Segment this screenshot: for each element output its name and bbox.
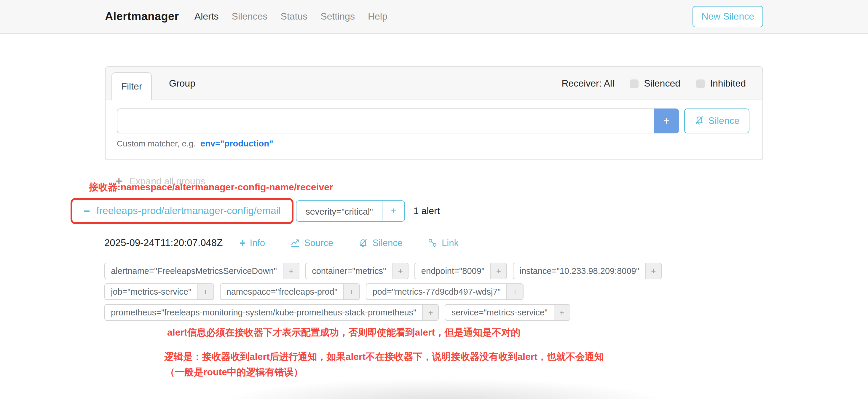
inhibited-label: Inhibited bbox=[710, 78, 746, 89]
label-row: prometheus="freeleaps-monitoring-system/… bbox=[104, 304, 768, 321]
info-action-label: Info bbox=[250, 238, 265, 248]
add-label-filter-button[interactable]: + bbox=[197, 284, 213, 299]
main-nav: Alerts Silences Status Settings Help bbox=[194, 11, 388, 22]
filter-card-header: Filter Group Receiver: All Silenced Inhi… bbox=[105, 67, 763, 100]
label-row: alertname="FreeleapsMetricsServiceDown" … bbox=[104, 263, 768, 279]
label-tag: namespace="freeleaps-prod" + bbox=[220, 283, 360, 300]
label-tag: pod="metrics-77d9cdb497-wdsj7" + bbox=[366, 283, 523, 300]
silence-button-label: Silence bbox=[709, 116, 740, 126]
silenced-checkbox[interactable]: Silenced bbox=[630, 78, 680, 89]
source-action-label: Source bbox=[304, 238, 333, 248]
alertmanager-page: Alertmanager Alerts Silences Status Sett… bbox=[0, 0, 868, 399]
top-navbar: Alertmanager Alerts Silences Status Sett… bbox=[0, 0, 868, 34]
filter-options: Receiver: All Silenced Inhibited bbox=[561, 67, 746, 100]
app-brand[interactable]: Alertmanager bbox=[105, 10, 179, 23]
label-tag: endpoint="8009" + bbox=[415, 263, 507, 279]
annotation-route-note: （一般是route中的逻辑有错误） bbox=[165, 366, 303, 379]
label-text: alertname="FreeleapsMetricsServiceDown" bbox=[105, 263, 283, 279]
receiver-group-label: freeleaps-prod/alertmanager-config/email bbox=[96, 205, 281, 217]
link-action[interactable]: Link bbox=[428, 238, 459, 248]
info-action[interactable]: + Info bbox=[239, 238, 265, 248]
add-label-filter-button[interactable]: + bbox=[392, 263, 408, 279]
label-text: container="metrics" bbox=[306, 263, 392, 279]
receiver-filter[interactable]: Receiver: All bbox=[561, 78, 614, 89]
add-label-filter-button[interactable]: + bbox=[283, 263, 299, 279]
link-action-label: Link bbox=[442, 238, 459, 248]
minus-icon: − bbox=[84, 206, 90, 216]
matcher-input[interactable] bbox=[117, 109, 654, 133]
label-text: endpoint="8009" bbox=[415, 263, 490, 279]
silenced-label: Silenced bbox=[644, 78, 680, 89]
link-icon bbox=[428, 238, 438, 248]
receiver-group-button[interactable]: − freeleaps-prod/alertmanager-config/ema… bbox=[72, 200, 292, 222]
checkbox-icon bbox=[630, 79, 639, 88]
filter-card-body: + Silence Custom matcher, e.g. env="prod bbox=[105, 100, 763, 148]
alert-group-header: − freeleaps-prod/alertmanager-config/ema… bbox=[70, 198, 440, 224]
label-tag: alertname="FreeleapsMetricsServiceDown" … bbox=[104, 263, 300, 279]
nav-item-status[interactable]: Status bbox=[281, 11, 308, 22]
label-tag: prometheus="freeleaps-monitoring-system/… bbox=[104, 304, 439, 321]
bell-slash-icon bbox=[358, 238, 368, 248]
silence-action[interactable]: Silence bbox=[358, 238, 403, 248]
add-label-filter-button[interactable]: + bbox=[507, 284, 523, 299]
annotation-alert-info-note: alert信息必须在接收器下才表示配置成功，否则即使能看到alert，但是通知是… bbox=[167, 327, 520, 339]
hint-text: Custom matcher, e.g. bbox=[117, 139, 196, 148]
chart-icon bbox=[290, 238, 300, 248]
checkbox-icon bbox=[696, 79, 705, 88]
matcher-example-link[interactable]: env="production" bbox=[200, 139, 273, 148]
annotation-logic-note: 逻辑是：接收器收到alert后进行通知，如果alert不在接收器下，说明接收器没… bbox=[164, 351, 604, 363]
source-action[interactable]: Source bbox=[290, 238, 333, 248]
nav-item-alerts[interactable]: Alerts bbox=[194, 11, 219, 22]
add-group-matcher-button[interactable]: + bbox=[382, 201, 405, 221]
matcher-hint: Custom matcher, e.g. env="production" bbox=[117, 139, 749, 148]
alert-timestamp: 2025-09-24T11:20:07.048Z bbox=[104, 237, 223, 248]
tab-filter[interactable]: Filter bbox=[112, 72, 152, 100]
add-label-filter-button[interactable]: + bbox=[490, 263, 506, 279]
plus-icon: + bbox=[239, 238, 245, 248]
annotation-receiver-note: 接收器:namespace/altermanager-config-name/r… bbox=[89, 181, 333, 194]
label-text: instance="10.233.98.209:8009" bbox=[514, 263, 645, 279]
filter-card: Filter Group Receiver: All Silenced Inhi… bbox=[105, 66, 763, 160]
label-tag: instance="10.233.98.209:8009" + bbox=[513, 263, 662, 279]
label-tag: job="metrics-service" + bbox=[104, 283, 214, 300]
label-text: job="metrics-service" bbox=[105, 284, 197, 299]
group-matcher-label: severity="critical" bbox=[297, 201, 382, 221]
new-silence-button[interactable]: New Silence bbox=[692, 6, 763, 27]
label-tag: service="metrics-service" + bbox=[445, 304, 570, 321]
label-text: namespace="freeleaps-prod" bbox=[221, 284, 343, 299]
nav-item-silences[interactable]: Silences bbox=[232, 11, 268, 22]
bell-slash-icon bbox=[694, 115, 704, 127]
silence-from-filter-button[interactable]: Silence bbox=[684, 109, 749, 133]
tab-group[interactable]: Group bbox=[164, 67, 200, 100]
annotation-highlight-box: − freeleaps-prod/alertmanager-config/ema… bbox=[70, 198, 294, 224]
alert-count: 1 alert bbox=[413, 206, 440, 216]
label-row: job="metrics-service" + namespace="freel… bbox=[104, 283, 768, 300]
label-text: service="metrics-service" bbox=[445, 305, 554, 320]
alert-actions-row: 2025-09-24T11:20:07.048Z + Info Source bbox=[104, 237, 459, 248]
label-text: prometheus="freeleaps-monitoring-system/… bbox=[105, 305, 422, 320]
add-label-filter-button[interactable]: + bbox=[343, 284, 359, 299]
inhibited-checkbox[interactable]: Inhibited bbox=[696, 78, 746, 89]
label-text: pod="metrics-77d9cdb497-wdsj7" bbox=[366, 284, 506, 299]
add-matcher-button[interactable]: + bbox=[654, 109, 679, 133]
alert-labels: alertname="FreeleapsMetricsServiceDown" … bbox=[104, 263, 768, 325]
add-label-filter-button[interactable]: + bbox=[422, 305, 438, 320]
matcher-input-group: + bbox=[117, 109, 679, 133]
add-label-filter-button[interactable]: + bbox=[554, 305, 569, 320]
tab-filter-label: Filter bbox=[121, 81, 142, 92]
nav-item-settings[interactable]: Settings bbox=[320, 11, 355, 22]
silence-action-label: Silence bbox=[372, 238, 403, 248]
group-matcher-chip: severity="critical" + bbox=[296, 201, 405, 222]
nav-item-help[interactable]: Help bbox=[368, 11, 388, 22]
add-label-filter-button[interactable]: + bbox=[645, 263, 661, 279]
label-tag: container="metrics" + bbox=[305, 263, 409, 279]
